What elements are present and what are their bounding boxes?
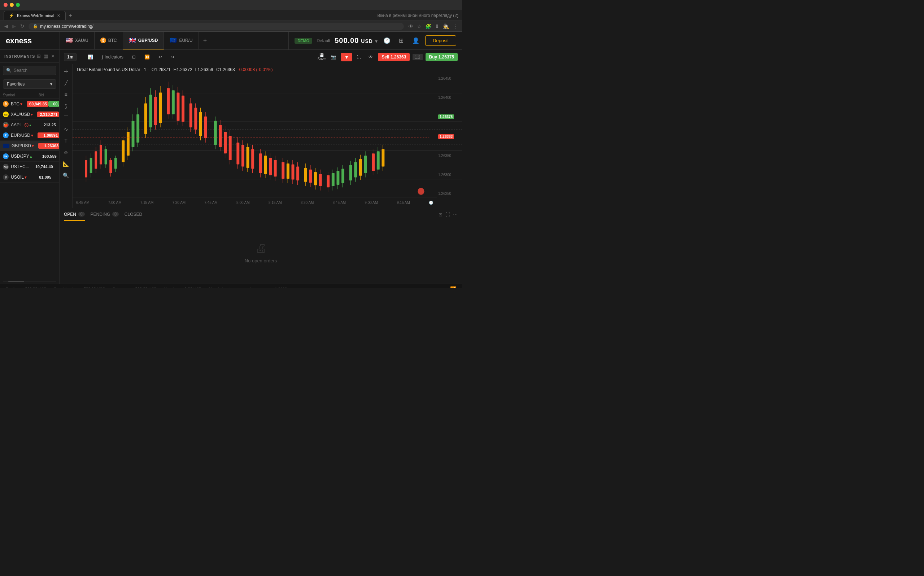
- bar-type-btn[interactable]: 📊: [86, 53, 95, 61]
- orders-tabs-right: ⊡ ⛶ ⋯: [438, 212, 458, 217]
- timeframe-btn[interactable]: 1m: [64, 53, 77, 61]
- incognito-label: Вікна в режимі анонімного перегляду (2): [377, 13, 459, 18]
- reload-btn[interactable]: ↻: [20, 24, 24, 29]
- indicators-btn[interactable]: ∫ Indicators: [100, 53, 125, 61]
- back-btn[interactable]: ⏪: [142, 53, 152, 61]
- orders-icon-1[interactable]: ⊡: [438, 212, 443, 217]
- eye-btn[interactable]: 👁: [366, 53, 375, 61]
- eye-icon: 👁: [369, 54, 373, 59]
- tab-open[interactable]: OPEN 0: [64, 208, 85, 221]
- back-btn[interactable]: ◀: [4, 24, 8, 29]
- tab-closed[interactable]: CLOSED: [125, 208, 142, 221]
- xau-icon: Au: [3, 112, 9, 117]
- chart-close: C1.26363: [216, 67, 235, 72]
- down-arrow-btn[interactable]: ▼: [341, 53, 352, 61]
- instrument-row[interactable]: Au XAU/USD ▼ 2,310.271 2,310.47: [0, 109, 59, 120]
- fibonacci-btn[interactable]: ∿: [61, 124, 71, 134]
- browser-tab-active[interactable]: ⚡ Exness WebTerminal ✕: [3, 11, 66, 20]
- tab-xau[interactable]: 🇺🇸 XAU/U: [60, 32, 94, 50]
- save-btn[interactable]: 💾 Save: [318, 53, 326, 61]
- sidebar-scrollbar[interactable]: [3, 281, 56, 282]
- orders-icon-2[interactable]: ⛶: [445, 212, 450, 217]
- instrument-row[interactable]: NQ USTEC — 19,744.40 19,750.3: [0, 162, 59, 172]
- clock-icon[interactable]: 🕐: [382, 36, 392, 46]
- time-label-4: 7:30 AM: [172, 201, 185, 205]
- tab-btc[interactable]: ₿ BTC: [94, 32, 123, 50]
- line-btn[interactable]: ╱: [61, 78, 71, 88]
- buy-button[interactable]: Buy 1.26375: [425, 53, 458, 61]
- drawing-tool-btn[interactable]: ⊡: [130, 53, 138, 61]
- orders-icon-3[interactable]: ⋯: [453, 212, 458, 217]
- signal-down-icon: ▼: [19, 102, 27, 106]
- gbp-icon: [3, 144, 10, 148]
- layout-icon: ⊡: [132, 54, 136, 59]
- bid-price: 2,310.271: [37, 112, 59, 117]
- download-icon[interactable]: ⬇: [435, 24, 439, 29]
- balance-dropdown[interactable]: ▾: [375, 38, 377, 44]
- header-right: DEMO Default 500.00 USD ▾ 🕐 ⊞ 👤 Deposit: [288, 32, 462, 50]
- footer: Equity: 500.00 USD Free Margin: 500.00 U…: [0, 284, 462, 288]
- instrument-row[interactable]: $¥ USD/JPY ▲ 160.559 160.570: [0, 151, 59, 162]
- add-tab-btn[interactable]: +: [199, 37, 211, 45]
- bid-price: 160.559: [37, 154, 58, 159]
- instrument-row[interactable]: 🍎 AAPL 🚫 ▲ 213.25 213.34: [0, 120, 59, 130]
- instrument-row[interactable]: € EUR/USD ▼ 1.06891 1.06901: [0, 130, 59, 141]
- incognito-icon[interactable]: 🕵: [443, 24, 449, 29]
- sidebar-close-icon[interactable]: ✕: [51, 53, 55, 59]
- puzzle-icon[interactable]: 🧩: [425, 24, 431, 29]
- undo-btn[interactable]: ↩: [156, 53, 164, 61]
- instrument-row-gbp[interactable]: GBP/USD ▼ 1.26363 1.26375: [0, 141, 59, 151]
- clock-icon: 🕐: [429, 201, 433, 205]
- arrow-down-icon: ▼: [344, 54, 349, 60]
- tab-eur[interactable]: 🇪🇺 EUR/U: [164, 32, 198, 50]
- tools-btn[interactable]: ⌒: [61, 113, 71, 123]
- text-btn[interactable]: T: [61, 136, 71, 146]
- instrument-row[interactable]: 🛢 USOIL ▼ 81.095 81.114: [0, 172, 59, 182]
- candlestick-icon: 📊: [88, 54, 93, 59]
- horizontal-line-btn[interactable]: ≡: [61, 90, 71, 99]
- bid-price: 213.25: [36, 122, 58, 128]
- star-icon[interactable]: ☆: [417, 24, 422, 29]
- instrument-row[interactable]: ₿ BTC ▼ 60,849.85 60,886.1: [0, 99, 59, 109]
- zoom-btn[interactable]: 🔍: [61, 170, 71, 181]
- equity-label: Equity:: [6, 287, 18, 288]
- favorites-dropdown[interactable]: Favorites ▾: [3, 79, 56, 89]
- new-tab-btn[interactable]: +: [66, 12, 75, 19]
- rewind-icon: ⏪: [144, 54, 150, 59]
- price-label-4: 1.26400: [438, 96, 460, 99]
- logo: exness: [6, 36, 54, 45]
- user-icon[interactable]: 👤: [411, 36, 421, 46]
- signal-down-icon: ▼: [30, 113, 37, 117]
- eye-icon[interactable]: 👁: [408, 24, 413, 29]
- bid-price: 81.095: [31, 174, 53, 180]
- sidebar-list-icon[interactable]: ⊞: [37, 53, 41, 59]
- col-ask: Ask: [44, 93, 59, 97]
- sell-button[interactable]: Sell 1.26363: [378, 53, 410, 61]
- forward-btn[interactable]: ▶: [12, 24, 16, 29]
- search-input[interactable]: [14, 68, 53, 73]
- pattern-btn[interactable]: ⟆: [61, 101, 71, 111]
- equity-value: 500.00 USD: [25, 287, 47, 288]
- crosshair-btn[interactable]: ✛: [61, 66, 71, 77]
- ask-price: 81.114: [53, 174, 59, 180]
- usdjpy-icon: $¥: [3, 154, 9, 159]
- sidebar-icons: ⊞ ▦ ✕: [37, 53, 55, 59]
- time-label-8: 8:30 AM: [301, 201, 314, 205]
- emoji-btn[interactable]: ☺: [61, 147, 71, 157]
- balance-value: 500.00 USD: [135, 287, 157, 288]
- expand-btn[interactable]: ⛶: [355, 53, 363, 61]
- menu-icon[interactable]: ⋮: [452, 24, 458, 29]
- tab-pending[interactable]: PENDING 0: [91, 208, 119, 221]
- sidebar-grid-icon[interactable]: ▦: [44, 53, 48, 59]
- blocked-icon: 🚫: [24, 123, 29, 127]
- camera-btn[interactable]: 📷: [328, 53, 338, 61]
- grid-icon[interactable]: ⊞: [396, 36, 406, 46]
- redo-btn[interactable]: ↪: [169, 53, 176, 61]
- instruments-table: Symbol Bid Ask ₿ BTC ▼ 60,849.85 60,886.…: [0, 92, 59, 279]
- deposit-button[interactable]: Deposit: [425, 35, 456, 46]
- price-scale: 1.26450 1.26400 1.26375 1.26363 1.26350 …: [437, 75, 462, 197]
- tab-gbp[interactable]: 🇬🇧 GBP/USD: [123, 32, 164, 50]
- url-bar[interactable]: my.exness.com/webtrading/: [40, 24, 93, 29]
- measure-btn[interactable]: 📐: [61, 159, 71, 169]
- svg-rect-60: [237, 142, 239, 164]
